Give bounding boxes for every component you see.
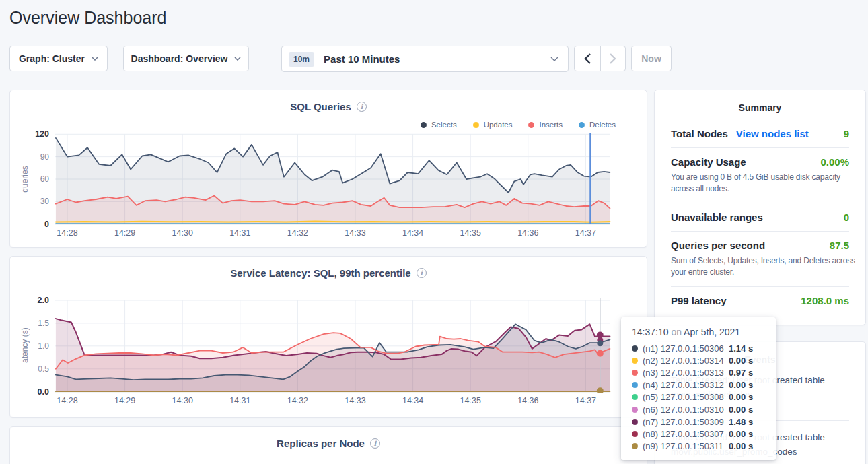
x-axis-tick: 14:36	[507, 228, 550, 238]
y-axis-tick: 2.0	[15, 296, 49, 305]
node-color-dot	[632, 370, 638, 376]
x-axis-tick: 14:29	[104, 228, 147, 238]
summary-row-label: P99 latency	[671, 295, 727, 306]
x-axis-tick: 14:29	[104, 396, 147, 405]
summary-row-value: 1208.0 ms	[801, 295, 849, 306]
node-color-dot	[632, 382, 638, 388]
graph-dropdown[interactable]: Graph: Cluster	[9, 46, 108, 71]
x-axis-tick: 14:32	[276, 228, 319, 238]
chevron-down-icon	[234, 57, 241, 61]
summary-row-value: 0	[844, 211, 849, 223]
node-latency-value: 0.97 s	[729, 368, 753, 378]
node-color-dot	[632, 345, 638, 352]
summary-row-label: Unavailable ranges	[671, 211, 763, 223]
x-axis-tick: 14:30	[161, 228, 204, 238]
graph-dropdown-label: Graph: Cluster	[19, 53, 85, 64]
x-axis-tick: 14:31	[219, 396, 262, 405]
time-range-badge: 10m	[289, 52, 314, 67]
x-axis-tick: 14:35	[449, 396, 492, 405]
summary-row: Total NodesView nodes list9	[671, 120, 849, 147]
x-axis-tick: 14:30	[161, 396, 204, 405]
node-address: (n7) 127.0.0.1:50309	[643, 417, 729, 427]
x-axis-tick: 14:28	[46, 396, 89, 405]
node-color-dot	[632, 358, 638, 364]
summary-row: Capacity Usage0.00%You are using 0 B of …	[671, 147, 849, 203]
summary-row-value: 87.5	[830, 240, 849, 251]
dashboard-dropdown[interactable]: Dashboard: Overview	[123, 46, 249, 71]
tooltip-row: (n2) 127.0.0.1:503140.00 s	[632, 354, 765, 366]
node-address: (n2) 127.0.0.1:50314	[643, 356, 729, 366]
node-address: (n6) 127.0.0.1:50310	[643, 405, 729, 415]
tooltip-row: (n5) 127.0.0.1:503080.00 s	[632, 391, 765, 403]
tooltip-row: (n3) 127.0.0.1:503130.97 s	[632, 366, 765, 378]
x-axis-tick: 14:31	[219, 228, 262, 238]
summary-row-value: 0.00%	[820, 156, 849, 168]
tooltip-row: (n7) 127.0.0.1:503091.48 s	[632, 416, 765, 428]
service-latency-panel: Service Latency: SQL, 99th percentile i …	[9, 256, 647, 418]
chevron-down-icon	[92, 57, 98, 61]
y-axis-label: queries	[20, 139, 30, 220]
summary-row-description: You are using 0 B of 4.5 GiB usable disk…	[671, 172, 860, 195]
dashboard-dropdown-label: Dashboard: Overview	[131, 53, 228, 64]
node-color-dot	[632, 394, 638, 400]
chevron-down-icon	[550, 57, 558, 62]
summary-row-description: Sum of Selects, Updates, Inserts, and De…	[671, 255, 860, 278]
y-axis-label: latency (s)	[20, 306, 30, 387]
replicas-per-node-panel: Replicas per Node i	[9, 426, 647, 464]
chart-title-row: Replicas per Node i	[10, 438, 647, 449]
tooltip-row: (n8) 127.0.0.1:503070.00 s	[632, 428, 765, 440]
summary-row-label: Total Nodes	[671, 128, 728, 139]
next-range-button[interactable]	[600, 46, 626, 71]
chart-title: Replicas per Node	[277, 438, 365, 449]
tooltip-timestamp: 14:37:10 on Apr 5th, 2021	[632, 327, 765, 337]
node-color-dot	[632, 407, 638, 413]
node-address: (n1) 127.0.0.1:50306	[643, 343, 729, 354]
y-axis-tick: 120	[15, 129, 49, 139]
x-axis-tick: 14:36	[507, 396, 550, 405]
x-axis-tick: 14:37	[564, 228, 607, 238]
x-axis-tick: 14:33	[334, 228, 377, 238]
x-axis-tick: 14:34	[392, 396, 435, 405]
node-address: (n9) 127.0.0.1:50311	[643, 441, 729, 451]
time-range-label: Past 10 Minutes	[324, 53, 400, 65]
info-icon[interactable]: i	[370, 438, 380, 449]
node-latency-value: 0.00 s	[729, 380, 753, 390]
time-nav-arrows	[574, 46, 626, 71]
tooltip-row: (n9) 127.0.0.1:503110.00 s	[632, 440, 765, 453]
tooltip-row: (n4) 127.0.0.1:503120.00 s	[632, 379, 765, 391]
y-axis-tick: 0	[15, 220, 49, 229]
node-color-dot	[632, 443, 638, 449]
now-button-label: Now	[641, 53, 661, 64]
node-address: (n4) 127.0.0.1:50312	[643, 380, 729, 390]
y-axis-tick: 0.0	[15, 387, 49, 397]
summary-row: Queries per second87.5Sum of Selects, Up…	[671, 231, 849, 286]
view-nodes-link[interactable]: View nodes list	[736, 128, 809, 139]
tooltip-row: (n6) 127.0.0.1:503100.00 s	[632, 403, 765, 416]
node-latency-value: 0.00 s	[729, 356, 753, 366]
node-latency-value: 0.00 s	[729, 441, 753, 451]
controls-divider	[266, 47, 266, 70]
summary-row-label: Queries per second	[671, 240, 765, 251]
x-axis-tick: 14:32	[276, 396, 319, 405]
summary-row-value: 9	[844, 128, 849, 139]
x-axis-tick: 14:35	[449, 228, 492, 238]
prev-range-button[interactable]	[575, 46, 600, 71]
time-range-dropdown[interactable]: 10m Past 10 Minutes	[281, 46, 569, 72]
node-latency-value: 0.00 s	[729, 392, 753, 402]
sql-queries-panel: SQL Queries i SelectsUpdatesInsertsDelet…	[9, 90, 647, 248]
service-latency-chart[interactable]	[10, 257, 648, 418]
x-axis-tick: 14:33	[334, 396, 377, 405]
summary-row: Unavailable ranges0	[671, 203, 849, 231]
tooltip-row: (n1) 127.0.0.1:503061.14 s	[632, 342, 765, 354]
node-color-dot	[632, 431, 638, 437]
x-axis-tick: 14:28	[46, 228, 89, 238]
now-button[interactable]: Now	[631, 46, 672, 71]
x-axis-tick: 14:34	[392, 228, 435, 238]
chevron-left-icon	[584, 53, 591, 64]
node-latency-value: 1.14 s	[729, 343, 753, 354]
node-address: (n5) 127.0.0.1:50308	[643, 392, 729, 402]
summary-panel: Summary Total NodesView nodes list9Capac…	[654, 90, 866, 325]
node-latency-value: 0.00 s	[729, 405, 753, 415]
chart-hover-tooltip: 14:37:10 on Apr 5th, 2021 (n1) 127.0.0.1…	[621, 317, 776, 460]
sql-queries-chart[interactable]	[10, 90, 648, 248]
